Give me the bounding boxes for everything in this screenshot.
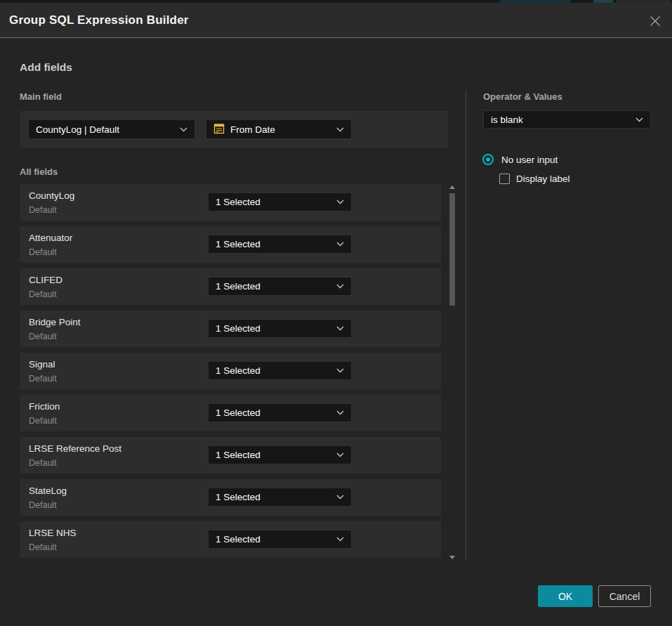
field-row-countylog: CountyLog Default 1 Selected (20, 184, 441, 221)
chevron-down-icon (336, 410, 344, 415)
field-name: Signal (29, 359, 55, 370)
add-fields-heading: Add fields (20, 61, 72, 74)
field-name: CLIFED (29, 275, 62, 285)
field-name: StateLog (29, 485, 67, 496)
field-subtitle: Default (29, 542, 57, 552)
chevron-down-icon (635, 117, 643, 122)
chevron-down-icon (336, 452, 344, 457)
chevron-down-icon (336, 284, 344, 289)
no-user-input-label: No user input (501, 155, 558, 165)
dialog-title: Group SQL Expression Builder (9, 3, 189, 38)
ok-button[interactable]: OK (538, 585, 593, 607)
field-selection-dropdown[interactable]: 1 Selected (208, 403, 352, 422)
field-subtitle: Default (29, 374, 57, 384)
field-selection-dropdown[interactable]: 1 Selected (208, 530, 352, 549)
no-user-input-radio[interactable]: No user input (482, 154, 558, 165)
field-subtitle: Default (29, 458, 57, 468)
field-name: LRSE NHS (29, 528, 77, 538)
field-row-signal: Signal Default 1 Selected (20, 353, 441, 389)
chevron-down-icon (336, 242, 344, 247)
cancel-button[interactable]: Cancel (598, 585, 651, 607)
scrollbar-down-arrow-icon[interactable] (449, 556, 455, 559)
field-subtitle: Default (29, 247, 57, 257)
all-fields-list: CountyLog Default 1 Selected Attenuator … (20, 184, 441, 563)
group-sql-expression-builder-dialog: Group SQL Expression Builder Add fields … (0, 0, 672, 626)
operator-values-heading: Operator & Values (483, 91, 562, 102)
dropdown-value: 1 Selected (216, 492, 261, 502)
field-subtitle: Default (29, 500, 57, 510)
dropdown-value: 1 Selected (216, 450, 261, 460)
field-subtitle: Default (29, 205, 57, 215)
scrollbar-up-arrow-icon[interactable] (449, 185, 455, 189)
radio-selected-icon (482, 154, 494, 165)
field-row-lrse-nhs: LRSE NHS Default 1 Selected (20, 521, 441, 558)
dropdown-value: CountyLog | Default (36, 124, 119, 135)
field-row-friction: Friction Default 1 Selected (20, 395, 441, 431)
field-subtitle: Default (29, 332, 57, 341)
dropdown-value: is blank (491, 115, 523, 125)
field-row-attenuator: Attenuator Default 1 Selected (20, 226, 441, 263)
field-name: LRSE Reference Post (29, 443, 121, 454)
close-icon (649, 15, 661, 30)
field-row-clifed: CLIFED Default 1 Selected (20, 268, 441, 305)
field-name: Attenuator (29, 233, 72, 243)
field-name: Bridge Point (29, 317, 81, 327)
main-field-field-dropdown[interactable]: From Date (206, 119, 352, 139)
field-selection-dropdown[interactable]: 1 Selected (208, 488, 352, 507)
close-button[interactable] (647, 15, 663, 30)
field-selection-dropdown[interactable]: 1 Selected (208, 361, 352, 380)
chevron-down-icon (336, 326, 344, 331)
field-row-bridge-point: Bridge Point Default 1 Selected (20, 311, 441, 347)
main-field-label: Main field (20, 91, 62, 102)
field-selection-dropdown[interactable]: 1 Selected (208, 235, 352, 254)
dropdown-value: From Date (230, 124, 275, 135)
dropdown-value: 1 Selected (216, 239, 261, 249)
dropdown-value: 1 Selected (216, 407, 261, 418)
dropdown-value: 1 Selected (216, 365, 261, 376)
main-field-source-dropdown[interactable]: CountyLog | Default (28, 119, 195, 139)
chevron-down-icon (336, 368, 344, 373)
field-selection-dropdown[interactable]: 1 Selected (208, 319, 352, 338)
field-selection-dropdown[interactable]: 1 Selected (208, 445, 352, 464)
field-selection-dropdown[interactable]: 1 Selected (208, 277, 352, 296)
all-fields-label: All fields (20, 167, 58, 177)
scrollbar-thumb[interactable] (449, 193, 455, 306)
checkbox-unchecked-icon (499, 174, 510, 184)
scrollbar[interactable] (447, 183, 458, 562)
dropdown-value: 1 Selected (216, 323, 261, 334)
dropdown-value: 1 Selected (216, 197, 261, 207)
chevron-down-icon (180, 127, 187, 132)
field-row-lrse-reference-post: LRSE Reference Post Default 1 Selected (20, 437, 441, 474)
field-subtitle: Default (29, 416, 57, 426)
field-subtitle: Default (29, 289, 57, 299)
main-field-container: CountyLog | Default From Date (20, 111, 448, 148)
calendar-date-icon (213, 123, 225, 136)
display-label-checkbox[interactable]: Display label (499, 174, 570, 184)
chevron-down-icon (336, 200, 344, 204)
field-name: Friction (29, 401, 60, 412)
display-label-text: Display label (516, 174, 570, 184)
field-selection-dropdown[interactable]: 1 Selected (208, 193, 352, 211)
chevron-down-icon (336, 127, 344, 132)
dialog-header: Group SQL Expression Builder (0, 3, 672, 38)
panel-divider (466, 90, 466, 560)
chevron-down-icon (336, 537, 344, 542)
field-name: CountyLog (29, 190, 74, 201)
operator-dropdown[interactable]: is blank (483, 110, 651, 129)
chevron-down-icon (336, 495, 344, 500)
dropdown-value: 1 Selected (216, 281, 261, 292)
field-row-statelog: StateLog Default 1 Selected (20, 479, 441, 516)
dropdown-value: 1 Selected (216, 534, 261, 545)
